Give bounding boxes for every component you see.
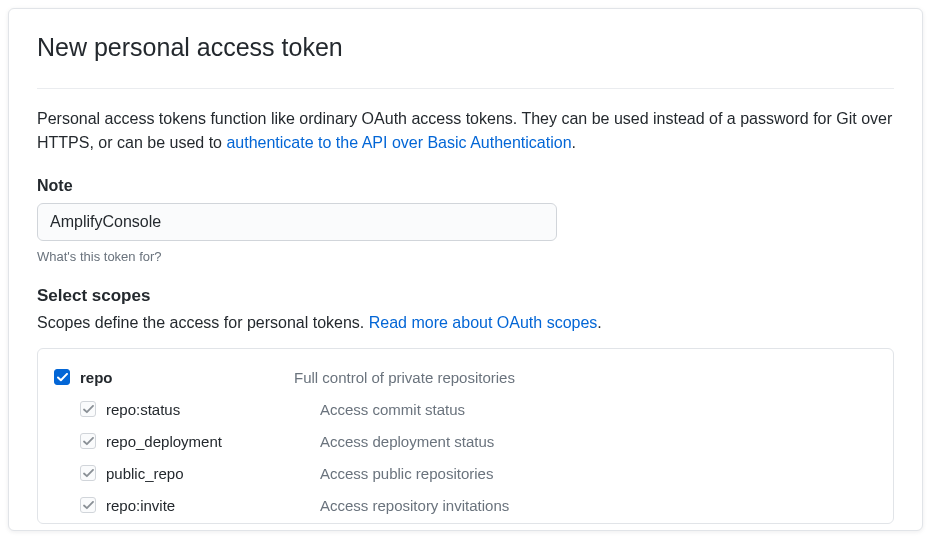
check-icon (83, 437, 94, 446)
divider (37, 88, 894, 89)
scope-row-repo-deployment: repo_deployment Access deployment status (54, 427, 877, 455)
scope-desc: Access repository invitations (320, 497, 509, 514)
scope-checkbox-public-repo[interactable] (80, 465, 96, 481)
scope-row-repo: repo Full control of private repositorie… (54, 363, 877, 391)
scope-desc: Access commit status (320, 401, 465, 418)
scope-row-public-repo: public_repo Access public repositories (54, 459, 877, 487)
scopes-description: Scopes define the access for personal to… (37, 314, 894, 332)
scopes-desc-text-1: Scopes define the access for personal to… (37, 314, 369, 331)
scope-name: repo_deployment (106, 433, 222, 450)
auth-api-link[interactable]: authenticate to the API over Basic Authe… (226, 134, 571, 151)
scope-checkbox-repo-invite[interactable] (80, 497, 96, 513)
check-icon (57, 373, 68, 382)
note-label: Note (37, 177, 894, 195)
oauth-scopes-link[interactable]: Read more about OAuth scopes (369, 314, 598, 331)
page-description: Personal access tokens function like ord… (37, 107, 894, 155)
note-input[interactable] (37, 203, 557, 241)
scope-desc: Access deployment status (320, 433, 494, 450)
scopes-desc-text-2: . (597, 314, 601, 331)
scopes-title: Select scopes (37, 286, 894, 306)
token-form-card: New personal access token Personal acces… (8, 8, 923, 531)
scope-row-repo-status: repo:status Access commit status (54, 395, 877, 423)
scope-list: repo Full control of private repositorie… (37, 348, 894, 524)
scope-name: repo:invite (106, 497, 175, 514)
desc-text-2: . (572, 134, 576, 151)
scope-name: repo:status (106, 401, 180, 418)
scope-checkbox-repo[interactable] (54, 369, 70, 385)
note-hint: What's this token for? (37, 249, 894, 264)
scope-checkbox-repo-deployment[interactable] (80, 433, 96, 449)
scope-desc: Full control of private repositories (294, 369, 515, 386)
scope-checkbox-repo-status[interactable] (80, 401, 96, 417)
scope-name: repo (80, 369, 113, 386)
page-title: New personal access token (37, 33, 894, 72)
scope-desc: Access public repositories (320, 465, 493, 482)
scope-name: public_repo (106, 465, 184, 482)
check-icon (83, 405, 94, 414)
check-icon (83, 501, 94, 510)
check-icon (83, 469, 94, 478)
scope-row-repo-invite: repo:invite Access repository invitation… (54, 491, 877, 519)
